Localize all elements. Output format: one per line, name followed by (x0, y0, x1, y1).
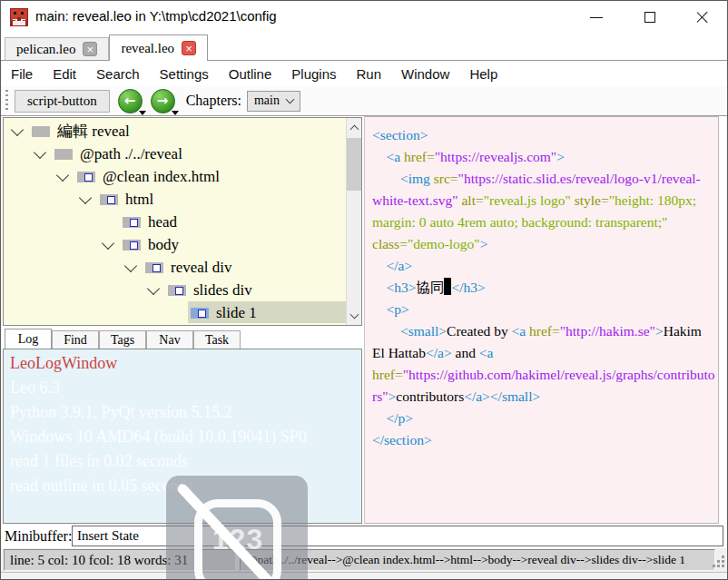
chevron-down-icon[interactable] (102, 236, 114, 249)
node-icon[interactable] (32, 126, 50, 137)
log-line: Python 3.9.1, PyQt version 5.15.2 (10, 400, 355, 425)
menu-edit[interactable]: Edit (43, 64, 86, 84)
code-segment: > (389, 388, 397, 404)
code-segment: </a> (426, 345, 452, 360)
code-segment: href= (404, 149, 435, 164)
minimize-button[interactable] (576, 1, 617, 34)
chevron-down-icon[interactable] (79, 191, 92, 203)
code-segment: style= (575, 192, 609, 208)
node-icon[interactable] (168, 285, 186, 296)
code-segment: <a (387, 149, 405, 164)
tree-node-body[interactable]: body (4, 233, 346, 256)
chevron-down-icon[interactable] (147, 281, 160, 294)
code-segment: </h3> (451, 280, 485, 295)
tree-node--reveal[interactable]: 編輯 reveal (4, 120, 346, 143)
selection-highlight (188, 301, 346, 323)
minimize-icon (590, 17, 603, 18)
ime-indicator-overlay: 123 (166, 476, 308, 580)
menu-settings[interactable]: Settings (150, 64, 219, 84)
node-label: slide 1 (216, 304, 257, 322)
tree-node-reveal-div[interactable]: reveal div (4, 256, 346, 279)
log-line: read 1 files in 0.02 seconds (10, 449, 355, 474)
tree-node-slide-1[interactable]: slide 1 (4, 301, 346, 324)
outline-scrollbar[interactable] (346, 118, 361, 325)
node-icon[interactable] (123, 240, 141, 251)
chevron-down-icon[interactable] (34, 145, 46, 158)
code-segment: href= (529, 323, 560, 339)
code-segment: "reveal.js logo" (484, 192, 571, 208)
log-tab-bar: LogFindTagsNavTask (3, 328, 362, 349)
node-icon[interactable] (191, 308, 209, 319)
code-segment: </section> (372, 432, 432, 447)
node-icon[interactable] (100, 194, 118, 205)
node-icon[interactable] (123, 217, 141, 228)
log-tab-task[interactable]: Task (193, 330, 241, 349)
chevron-down-icon[interactable] (124, 259, 137, 271)
menu-run[interactable]: Run (347, 64, 392, 84)
dropdown-triangle-icon[interactable] (172, 111, 179, 115)
doc-tab-reveal-leo[interactable]: reveal.leo× (109, 34, 208, 61)
log-line: Windows 10 AMD64 (build 10.0.19041) SP0 (10, 425, 355, 449)
arrow-left-icon: ← (124, 93, 136, 109)
nav-back-button[interactable]: ← (118, 89, 143, 113)
code-segment (372, 323, 400, 339)
close-button[interactable] (682, 1, 723, 34)
code-segment: <h3> (387, 280, 417, 295)
log-tab-tags[interactable]: Tags (99, 330, 146, 349)
dropdown-triangle-icon[interactable] (139, 111, 146, 115)
menu-plugins[interactable]: Plugins (281, 64, 346, 84)
maximize-button[interactable] (629, 1, 671, 34)
code-segment (372, 171, 400, 186)
code-segment: <a (479, 345, 497, 360)
log-tab-find[interactable]: Find (52, 330, 99, 349)
chevron-down-icon (349, 310, 359, 319)
node-label: head (148, 213, 177, 231)
code-segment: "https://revealjs.com" (435, 149, 556, 164)
code-segment: <section> (372, 127, 428, 143)
doc-tab-pelican-leo[interactable]: pelican.leo× (5, 37, 109, 60)
menu-outline[interactable]: Outline (219, 64, 282, 84)
code-segment: href= (372, 367, 403, 382)
tree-node--clean-index-html[interactable]: @clean index.html (4, 165, 346, 188)
menu-window[interactable]: Window (391, 64, 459, 84)
outline-pane[interactable]: 編輯 reveal@path ./../reveal@clean index.h… (3, 117, 362, 326)
tree-node-slides-div[interactable]: slides div (4, 279, 346, 301)
node-icon[interactable] (145, 262, 163, 273)
log-tab-log[interactable]: Log (5, 329, 52, 349)
code-segment: <small> (400, 323, 447, 339)
node-icon[interactable] (54, 149, 73, 160)
editor-content: <section> <a href="https://revealjs.com"… (372, 124, 716, 451)
code-segment (372, 149, 387, 164)
node-label: slides div (193, 281, 252, 300)
log-line: Leo 6.3 (10, 376, 355, 400)
tree-node--path-reveal[interactable]: @path ./../reveal (4, 143, 346, 165)
log-tab-nav[interactable]: Nav (146, 330, 193, 349)
doc-tab-label: reveal.leo (121, 41, 174, 56)
chevron-down-icon[interactable] (56, 168, 69, 181)
toolbar-drag-handle[interactable] (5, 90, 8, 112)
scroll-down-button[interactable] (347, 308, 361, 323)
code-segment (372, 301, 387, 317)
node-label: html (125, 191, 153, 209)
tab-close-icon[interactable]: × (83, 42, 97, 56)
resize-grip[interactable] (713, 556, 724, 567)
scrollbar-thumb[interactable] (347, 138, 361, 191)
script-button[interactable]: script-button (15, 90, 110, 113)
chapter-value: main (254, 93, 280, 108)
tab-close-icon[interactable]: × (182, 41, 196, 55)
scroll-up-button[interactable] (347, 120, 361, 135)
chevron-down-icon[interactable] (11, 123, 24, 135)
code-segment: > (480, 236, 488, 251)
chapter-select[interactable]: main (247, 91, 300, 112)
menu-help[interactable]: Help (459, 64, 507, 84)
code-segment: and (452, 345, 479, 360)
nav-forward-button[interactable]: → (151, 89, 175, 113)
tree-node-head[interactable]: head (4, 211, 346, 233)
node-icon[interactable] (77, 172, 95, 182)
title-bar[interactable]: main: reveal.leo in Y:\tmp\cd2021\config (1, 1, 727, 34)
maximize-icon (644, 12, 655, 23)
tree-node-html[interactable]: html (4, 188, 346, 211)
menu-file[interactable]: File (1, 64, 43, 84)
body-editor-pane[interactable]: <section> <a href="https://revealjs.com"… (364, 116, 719, 524)
menu-search[interactable]: Search (86, 64, 150, 84)
